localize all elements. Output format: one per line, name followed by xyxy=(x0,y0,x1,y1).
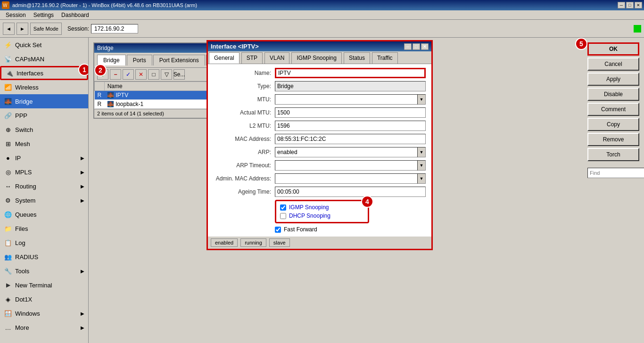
menu-settings[interactable]: Settings xyxy=(30,11,58,19)
ageing-time-label: Ageing Time: xyxy=(214,188,275,195)
ageing-time-input[interactable] xyxy=(275,187,426,197)
bridge-window-title: Bridge xyxy=(97,45,114,51)
sidebar-item-routing[interactable]: ↔ Routing ▶ xyxy=(0,179,88,193)
admin-mac-dropdown-btn[interactable]: ▼ xyxy=(417,173,426,184)
sidebar-item-windows[interactable]: 🪟 Windows ▶ xyxy=(0,306,88,320)
apply-button[interactable]: Apply xyxy=(587,73,639,86)
status-slave: slave xyxy=(269,238,290,247)
badge-2: 2 xyxy=(94,64,107,76)
actual-mtu-label: Actual MTU: xyxy=(214,109,275,116)
badge-4: 4 xyxy=(361,196,373,208)
safe-mode-button[interactable]: Safe Mode xyxy=(30,23,62,35)
sidebar-item-bridge[interactable]: 🌉 Bridge xyxy=(0,94,88,108)
menu-session[interactable]: Session xyxy=(2,11,30,19)
remove-button[interactable]: − xyxy=(110,69,121,80)
name-input[interactable] xyxy=(275,68,426,78)
arp-input[interactable] xyxy=(275,147,417,157)
sidebar-item-new-terminal[interactable]: ▶ New Terminal xyxy=(0,278,88,292)
sidebar-item-tools[interactable]: 🔧 Tools ▶ xyxy=(0,264,88,278)
status-running: running xyxy=(240,238,266,247)
mtu-dropdown-btn[interactable]: ▼ xyxy=(417,94,426,105)
mac-address-input[interactable] xyxy=(275,134,426,144)
tab-traffic[interactable]: Traffic xyxy=(372,52,398,64)
disable-button[interactable]: ✕ xyxy=(135,69,147,80)
admin-mac-input-group: ▼ xyxy=(275,173,426,184)
iface-close-btn[interactable]: ✕ xyxy=(421,43,429,50)
copy-button[interactable]: Copy xyxy=(587,118,639,131)
menu-dashboard[interactable]: Dashboard xyxy=(58,11,93,19)
switch-icon: ⊕ xyxy=(4,125,12,134)
sidebar-item-files[interactable]: 📁 Files xyxy=(0,221,88,236)
sidebar-item-ip[interactable]: ● IP ▶ xyxy=(0,151,88,165)
bridge-tab-ports[interactable]: Ports xyxy=(127,55,152,65)
close-btn[interactable]: ✕ xyxy=(635,2,642,8)
arp-timeout-dropdown-btn[interactable]: ▼ xyxy=(417,160,426,171)
interface-tabs: General STP VLAN IGMP Snooping Status Tr… xyxy=(208,51,431,64)
forward-button[interactable]: ► xyxy=(17,23,28,35)
content-area: Bridge ─ □ ✕ Bridge Ports Port Extension… xyxy=(89,38,644,343)
back-button[interactable]: ◄ xyxy=(3,23,15,35)
dhcp-snooping-checkbox[interactable] xyxy=(280,213,286,219)
admin-mac-row: Admin. MAC Address: ▼ xyxy=(214,173,426,184)
copy-item-button[interactable]: □ xyxy=(148,69,159,80)
cancel-button[interactable]: Cancel xyxy=(587,57,639,71)
routing-arrow: ▶ xyxy=(81,184,84,189)
dot1x-icon: ◈ xyxy=(4,295,12,303)
settings-button[interactable]: Se... xyxy=(173,69,185,80)
app-icon: W xyxy=(2,1,9,9)
sidebar-item-capsman[interactable]: 📡 CAPsMAN xyxy=(0,52,88,66)
admin-mac-input[interactable] xyxy=(275,173,417,184)
bridge-tab-port-extensions[interactable]: Port Extensions xyxy=(153,55,205,65)
arp-dropdown-btn[interactable]: ▼ xyxy=(417,147,426,157)
new-terminal-icon: ▶ xyxy=(4,281,12,289)
mtu-field-row: MTU: ▼ xyxy=(214,94,426,105)
mtu-input-group: ▼ xyxy=(275,94,426,105)
torch-button[interactable]: Torch xyxy=(587,148,639,161)
window-controls: ─ □ ✕ xyxy=(618,2,642,8)
iface-minimize-btn[interactable]: ─ xyxy=(404,43,412,50)
filter-button[interactable]: ▽ xyxy=(161,69,172,80)
tab-general[interactable]: General xyxy=(209,52,239,64)
sidebar: ⚡ Quick Set 📡 CAPsMAN 🔌 Interfaces 1 📶 W… xyxy=(0,38,89,343)
title-bar: W admin@172.16.90.2 (Router - 1) - WinBo… xyxy=(0,0,644,10)
enable-button[interactable]: ✓ xyxy=(123,69,134,80)
tab-stp[interactable]: STP xyxy=(241,52,263,64)
find-input[interactable] xyxy=(587,168,644,178)
comment-button[interactable]: Comment xyxy=(587,103,639,116)
tab-igmp-snooping[interactable]: IGMP Snooping xyxy=(291,52,342,64)
sidebar-item-more[interactable]: … More ▶ xyxy=(0,320,88,335)
mtu-input[interactable] xyxy=(275,94,417,105)
type-field-row: Type: xyxy=(214,81,426,91)
sidebar-item-interfaces[interactable]: 🔌 Interfaces 1 xyxy=(0,66,88,80)
tab-status[interactable]: Status xyxy=(344,52,370,64)
tab-vlan[interactable]: VLAN xyxy=(264,52,289,64)
minimize-btn[interactable]: ─ xyxy=(618,2,625,8)
interface-title: Interface <IPTV> xyxy=(211,43,259,50)
sidebar-item-log[interactable]: 📋 Log xyxy=(0,236,88,250)
fast-forward-checkbox[interactable] xyxy=(275,227,281,233)
status-enabled: enabled xyxy=(211,238,238,247)
sidebar-item-ppp[interactable]: 🔗 PPP xyxy=(0,108,88,122)
sidebar-item-mpls[interactable]: ◎ MPLS ▶ xyxy=(0,165,88,179)
dhcp-snooping-label: DHCP Snooping xyxy=(289,212,330,219)
sidebar-item-mesh[interactable]: ⊞ Mesh xyxy=(0,137,88,151)
disable-button[interactable]: Disable xyxy=(587,88,639,101)
ok-button[interactable]: OK xyxy=(587,42,639,56)
iface-maximize-btn[interactable]: □ xyxy=(413,43,420,50)
sidebar-item-queues[interactable]: 🌐 Queues xyxy=(0,207,88,221)
sidebar-item-radius[interactable]: 👥 RADIUS xyxy=(0,250,88,264)
igmp-snooping-checkbox[interactable] xyxy=(280,204,286,211)
bridge-icon: 🌉 xyxy=(4,97,12,106)
remove-button[interactable]: Remove xyxy=(587,133,639,146)
interface-footer: enabled running slave xyxy=(208,237,431,249)
arp-timeout-label: ARP Timeout: xyxy=(214,162,275,169)
mac-address-row: MAC Address: xyxy=(214,134,426,144)
sidebar-item-system[interactable]: ⚙ System ▶ xyxy=(0,193,88,207)
sidebar-item-dot1x[interactable]: ◈ Dot1X xyxy=(0,292,88,306)
sidebar-item-quick-set[interactable]: ⚡ Quick Set xyxy=(0,38,88,52)
arp-timeout-input[interactable] xyxy=(275,160,417,171)
mpls-arrow: ▶ xyxy=(81,170,84,175)
maximize-btn[interactable]: □ xyxy=(626,2,634,8)
sidebar-item-switch[interactable]: ⊕ Switch xyxy=(0,122,88,137)
sidebar-item-wireless[interactable]: 📶 Wireless xyxy=(0,80,88,94)
